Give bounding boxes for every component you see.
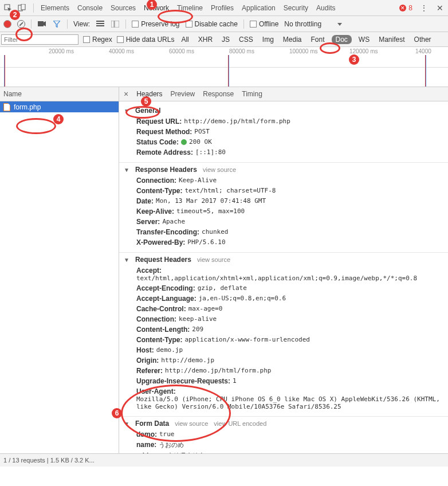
v: Apache [162,218,185,226]
separator [67,19,68,29]
inspect-icon[interactable] [3,3,13,13]
k: Host: [136,346,154,354]
k: X-Powered-By: [136,238,185,246]
details-tabs: × Headers Preview Response Timing [119,87,448,101]
v: 1 [233,377,237,385]
panel-tabs: Elements Console Sources Network Timelin… [41,1,392,15]
view-source-link[interactable]: view source [197,256,230,263]
v: http://demo.jp/html/form.php [165,367,271,375]
error-indicator[interactable]: ✕ 8 [399,4,412,12]
filter-bar: Regex Hide data URLs All XHR JS CSS Img … [0,32,448,47]
chip-img[interactable]: Img [260,34,276,45]
regex-checkbox[interactable]: Regex [83,36,112,44]
camera-icon[interactable] [37,19,46,29]
tab-timeline[interactable]: Timeline [177,1,203,15]
tab-elements[interactable]: Elements [41,1,69,15]
disclosure-icon[interactable]: ▼ [124,421,129,427]
menu-icon[interactable]: ⋮ [419,3,429,13]
svg-rect-2 [21,4,25,10]
k: Transfer-Encoding: [136,228,199,236]
tab-preview[interactable]: Preview [171,87,195,101]
v: 宮崎県宮崎市 [167,452,205,453]
k: Accept: [136,266,162,275]
view-source-link[interactable]: view source [203,166,236,173]
status-bar: 1 / 13 requests | 1.5 KB / 3.2 K... [0,454,448,467]
error-icon: ✕ [399,5,406,11]
tab-console[interactable]: Console [77,1,103,15]
disclosure-icon[interactable]: ▼ [124,108,129,114]
clear-button[interactable] [17,20,25,28]
separator [125,19,126,29]
view-label: View: [73,20,90,28]
k: name: [136,441,156,449]
hide-data-urls-checkbox[interactable]: Hide data URLs [117,36,175,44]
v: timeout=5, max=100 [176,207,245,215]
tab-timing[interactable]: Timing [242,87,262,101]
tab-sources[interactable]: Sources [111,1,136,15]
view-url-encoded-link[interactable]: view URL encoded [214,420,266,427]
view-list-icon[interactable] [96,19,105,29]
v: [::1]:80 [195,148,226,156]
devtools-topbar: Elements Console Sources Network Timelin… [0,0,448,16]
section-title: Response Headers [135,166,197,174]
v: chunked [202,228,228,236]
throttling-select[interactable]: No throttling [284,20,344,28]
column-header-name[interactable]: Name [0,87,119,101]
filter-input[interactable] [1,34,78,45]
request-name: form.php [14,103,41,111]
chip-xhr[interactable]: XHR [196,34,215,45]
svg-rect-7 [111,21,114,28]
tab-security[interactable]: Security [284,1,308,15]
chip-all[interactable]: All [179,34,191,45]
v: true [159,430,175,438]
k: Keep-Alive: [136,207,174,215]
view-source-link[interactable]: view source [175,420,208,427]
chip-other[interactable]: Other [412,34,434,45]
disclosure-icon[interactable]: ▼ [124,257,129,263]
tab-profiles[interactable]: Profiles [211,1,234,15]
k: Accept-Language: [136,295,197,303]
tab-audits[interactable]: Audits [316,1,335,15]
separator [243,19,244,29]
request-row[interactable]: form.php [0,101,119,112]
chip-js[interactable]: JS [219,34,232,45]
tick: 120000 ms [349,48,378,54]
document-icon [3,103,10,111]
v: POST [194,128,210,136]
record-button[interactable] [3,20,11,28]
disable-cache-checkbox[interactable]: Disable cache [186,20,238,28]
v: Mon, 13 Mar 2017 07:41:48 GMT [156,197,266,205]
svg-rect-4 [96,21,104,22]
close-icon[interactable]: ✕ [435,3,445,13]
close-details-icon[interactable]: × [124,89,128,99]
offline-checkbox[interactable]: Offline [250,20,278,28]
chip-manifest[interactable]: Manifest [376,34,407,45]
chip-doc[interactable]: Doc [332,35,352,44]
device-icon[interactable] [17,3,26,13]
k: Connection: [136,177,176,185]
disclosure-icon[interactable]: ▼ [124,167,129,173]
filter-icon[interactable] [52,19,61,29]
request-list-panel: Name form.php [0,87,119,453]
v: PHP/5.6.10 [187,238,225,246]
chip-media[interactable]: Media [281,34,304,45]
tab-headers[interactable]: Headers [136,87,162,101]
tab-application[interactable]: Application [242,1,276,15]
k: address: [136,452,165,453]
svg-rect-5 [96,23,104,24]
v: text/html,application/xhtml+xml,applicat… [136,275,417,282]
preserve-log-label: Preserve log [141,20,179,28]
section-response-headers: ▼Response Headersview source Connection:… [119,163,448,253]
v: gzip, deflate [198,284,247,292]
view-detail-icon[interactable] [111,19,120,29]
preserve-log-checkbox[interactable]: Preserve log [132,20,179,28]
tab-network[interactable]: Network [144,1,169,15]
status-dot-icon [181,139,187,145]
timeline-overview[interactable]: 20000 ms 40000 ms 60000 ms 80000 ms 1000… [0,47,448,87]
separator [31,19,32,29]
chip-font[interactable]: Font [309,34,327,45]
chip-ws[interactable]: WS [356,34,372,45]
tab-response[interactable]: Response [203,87,234,101]
chip-css[interactable]: CSS [237,34,256,45]
svg-rect-3 [38,21,44,26]
